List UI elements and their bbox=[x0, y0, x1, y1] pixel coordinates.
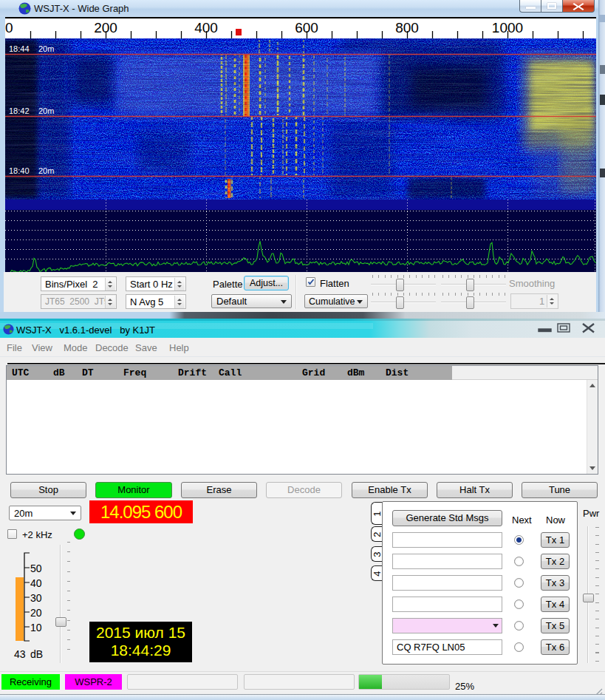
svg-text:20m: 20m bbox=[38, 106, 54, 115]
svg-text:20m: 20m bbox=[38, 166, 54, 175]
svg-text:20m: 20m bbox=[38, 44, 54, 53]
svg-text:18:40: 18:40 bbox=[9, 166, 30, 175]
svg-text:18:42: 18:42 bbox=[9, 106, 30, 115]
svg-text:18:44: 18:44 bbox=[9, 44, 30, 53]
